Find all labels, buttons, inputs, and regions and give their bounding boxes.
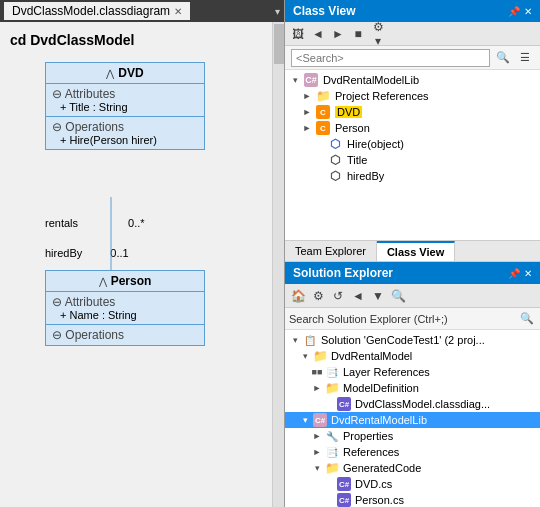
se-item-layerrefs[interactable]: ■■ 📑 Layer References [285, 364, 540, 380]
cv-search-bar: 🔍 ☰ [285, 46, 540, 70]
se-item-generatedcode[interactable]: ▾ 📁 GeneratedCode [285, 460, 540, 476]
se-icon-personcs: C# [337, 493, 351, 507]
se-arrow-generatedcode[interactable]: ▾ [311, 463, 323, 473]
se-icon-generatedcode: 📁 [325, 461, 339, 475]
person-attributes-section: ⊖ Attributes + Name : String [46, 292, 204, 325]
tab-dropdown-icon[interactable]: ▾ [275, 6, 280, 17]
pin-icon[interactable]: 📌 [508, 6, 520, 17]
se-arrow-properties[interactable]: ► [311, 431, 323, 441]
se-title-bar: Solution Explorer 📌 ✕ [285, 262, 540, 284]
label-person: Person [335, 122, 370, 134]
cv-search-button[interactable]: 🔍 [494, 49, 512, 67]
se-arrow-dvdrentalmodel[interactable]: ▾ [299, 351, 311, 361]
se-toolbar-filter[interactable]: ▼ [369, 287, 387, 305]
stop-btn[interactable]: ■ [349, 25, 367, 43]
se-toolbar-back[interactable]: ◄ [349, 287, 367, 305]
label-hiredby: hiredBy [347, 170, 384, 182]
person-class-header: ⋀ Person [46, 271, 204, 292]
scrollbar-thumb[interactable] [274, 24, 284, 64]
se-icon-dvdclassdiag: C# [337, 397, 351, 411]
se-arrow-dvdrentalmodellibactive[interactable]: ▾ [299, 415, 311, 425]
se-pin-icon[interactable]: 📌 [508, 268, 520, 279]
tree-item-hireobject[interactable]: ⬡ Hire(object) [285, 136, 540, 152]
se-label-layerrefs: Layer References [343, 366, 430, 378]
person-class-icon: C [316, 121, 330, 135]
se-arrow-references[interactable]: ► [311, 447, 323, 457]
tree-item-dvdrentalmodellib[interactable]: ▾ C# DvdRentalModelLib [285, 72, 540, 88]
dvd-attribute-item-0: + Title : String [52, 101, 198, 113]
vertical-scrollbar[interactable] [272, 22, 284, 507]
dvd-class-box[interactable]: ⋀ DVD ⊖ Attributes + Title : String ⊖ Op… [45, 62, 205, 150]
se-label-modeldefinition: ModelDefinition [343, 382, 419, 394]
arrow-person[interactable]: ► [301, 123, 313, 133]
back-btn[interactable]: ◄ [309, 25, 327, 43]
forward-btn[interactable]: ► [329, 25, 347, 43]
diagram-title: cd DvdClassModel [10, 32, 274, 48]
arrow-projectrefs[interactable]: ► [301, 91, 313, 101]
dvd-operations-title: ⊖ Operations [52, 120, 198, 134]
diagram-canvas: cd DvdClassModel ⋀ DVD ⊖ Attributes + Ti… [0, 22, 284, 507]
se-item-personcs[interactable]: C# Person.cs [285, 492, 540, 507]
dvd-operations-section: ⊖ Operations + Hire(Person hirer) [46, 117, 204, 149]
se-label-dvdrentalmodel: DvdRentalModel [331, 350, 412, 362]
se-tree: ▾ 📋 Solution 'GenCodeTest1' (2 proj... ▾… [285, 330, 540, 507]
prop-icon-hiredby: ⬡ [328, 169, 342, 183]
arrow-dvd[interactable]: ► [301, 107, 313, 117]
right-panel: Class View 📌 ✕ 🖼 ◄ ► ■ ⚙ ▾ 🔍 ☰ ▾ C# DvdR… [285, 0, 540, 507]
se-label-generatedcode: GeneratedCode [343, 462, 421, 474]
se-item-properties[interactable]: ► 🔧 Properties [285, 428, 540, 444]
se-toolbar-props[interactable]: ⚙ [309, 287, 327, 305]
tree-item-hiredby[interactable]: ⬡ hiredBy [285, 168, 540, 184]
se-item-dvdrentalmodel[interactable]: ▾ 📁 DvdRentalModel [285, 348, 540, 364]
close-icon-cv[interactable]: ✕ [524, 6, 532, 17]
cv-filter-button[interactable]: ☰ [516, 49, 534, 67]
se-close-icon[interactable]: ✕ [524, 268, 532, 279]
tree-item-projectrefs[interactable]: ► 📁 Project References [285, 88, 540, 104]
se-item-solution[interactable]: ▾ 📋 Solution 'GenCodeTest1' (2 proj... [285, 332, 540, 348]
dvd-class-name: DVD [118, 66, 143, 80]
method-icon-hire: ⬡ [328, 137, 342, 151]
se-item-dvdrentalmodellibactive[interactable]: ▾ C# DvdRentalModelLib [285, 412, 540, 428]
se-label-personcs: Person.cs [355, 494, 404, 506]
se-item-dvdcs[interactable]: C# DVD.cs [285, 476, 540, 492]
image-btn[interactable]: 🖼 [289, 25, 307, 43]
se-search-label: Search Solution Explorer (Ctrl+;) [289, 313, 514, 325]
tab-team-explorer[interactable]: Team Explorer [285, 241, 377, 261]
cv-toolbar: 🖼 ◄ ► ■ ⚙ ▾ [285, 22, 540, 46]
se-item-modeldefinition[interactable]: ► 📁 ModelDefinition [285, 380, 540, 396]
tab-class-view[interactable]: Class View [377, 241, 455, 261]
se-label-dvdcs: DVD.cs [355, 478, 392, 490]
tab-close-icon[interactable]: ✕ [174, 6, 182, 17]
arrow-dvdrentalmodellib[interactable]: ▾ [289, 75, 301, 85]
tree-item-dvd[interactable]: ► C DVD [285, 104, 540, 120]
se-search-bar: Search Solution Explorer (Ctrl+;) 🔍 [285, 308, 540, 330]
class-view-title: Class View [293, 4, 355, 18]
se-arrow-modeldefinition[interactable]: ► [311, 383, 323, 393]
diagram-tab[interactable]: DvdClassModel.classdiagram ✕ [4, 2, 190, 20]
person-class-name: Person [111, 274, 152, 288]
se-toolbar-refresh[interactable]: ↺ [329, 287, 347, 305]
se-icon-properties: 🔧 [325, 429, 339, 443]
person-corner-icon: ⋀ [99, 276, 107, 287]
folder-icon-projectrefs: 📁 [316, 89, 330, 103]
se-item-dvdclassdiag[interactable]: C# DvdClassModel.classdiag... [285, 396, 540, 412]
dvd-corner-icon: ⋀ [106, 68, 114, 79]
se-icon-dvdrentalmodellibactive: C# [313, 413, 327, 427]
cv-tree: ▾ C# DvdRentalModelLib ► 📁 Project Refer… [285, 70, 540, 240]
se-toolbar-home[interactable]: 🏠 [289, 287, 307, 305]
se-toolbar: 🏠 ⚙ ↺ ◄ ▼ 🔍 [285, 284, 540, 308]
connector-rentals: rentals 0..* [45, 217, 145, 229]
se-label-references: References [343, 446, 399, 458]
cv-search-input[interactable] [291, 49, 490, 67]
person-class-box[interactable]: ⋀ Person ⊖ Attributes + Name : String ⊖ … [45, 270, 205, 346]
se-item-references[interactable]: ► 📑 References [285, 444, 540, 460]
settings-btn[interactable]: ⚙ ▾ [369, 25, 387, 43]
se-arrow-solution[interactable]: ▾ [289, 335, 301, 345]
rentals-multiplicity: 0..* [128, 217, 145, 229]
tree-item-person[interactable]: ► C Person [285, 120, 540, 136]
class-view-title-icons: 📌 ✕ [508, 6, 532, 17]
se-toolbar-search[interactable]: 🔍 [389, 287, 407, 305]
tree-item-title-prop[interactable]: ⬡ Title [285, 152, 540, 168]
connector-hiredby: hiredBy 0..1 [45, 247, 129, 259]
se-search-btn[interactable]: 🔍 [518, 310, 536, 328]
